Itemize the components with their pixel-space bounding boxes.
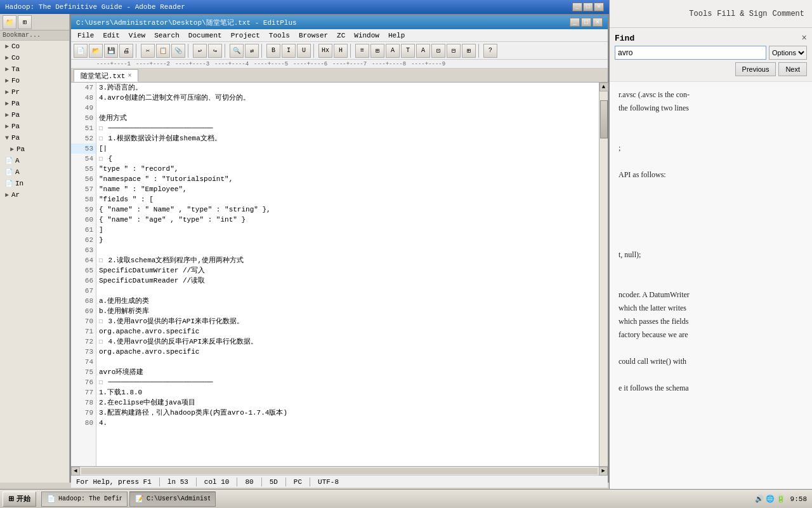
fold-icon[interactable]: □ <box>99 125 103 132</box>
sidebar-item-pa1[interactable]: ► Pa <box>0 98 69 109</box>
code-line-51[interactable]: □ ───────────────────────── <box>96 123 599 133</box>
code-line-75[interactable]: avro环境搭建 <box>96 367 599 377</box>
code-line-64[interactable]: □ 2.读取schema文档到程序中,使用两种方式 <box>96 255 599 265</box>
adobe-fillsign-btn[interactable]: Fill & Sign <box>717 10 767 18</box>
code-line-63[interactable] <box>96 245 599 255</box>
code-line-57[interactable]: "name " : "Employee", <box>96 184 599 194</box>
code-line-59[interactable]: { "name" : " Name" , "type" : "string" }… <box>96 204 599 215</box>
scroll-right-btn[interactable]: ► <box>599 467 608 476</box>
sidebar-item-a1[interactable]: 📄 A <box>0 155 69 166</box>
toolbar-redo[interactable]: ↪ <box>208 44 222 58</box>
fold-icon[interactable]: □ <box>99 338 103 345</box>
code-line-55[interactable]: "type " : "record", <box>96 164 599 174</box>
toolbar-print[interactable]: 🖨 <box>119 44 133 58</box>
menu-tools[interactable]: Tools <box>265 30 294 41</box>
toolbar-new[interactable]: 📄 <box>74 44 88 58</box>
toolbar-open[interactable]: 📂 <box>89 44 103 58</box>
editplus-close-btn[interactable]: × <box>593 18 603 27</box>
editplus-win-controls[interactable]: _ □ × <box>570 18 603 27</box>
outer-close-btn[interactable]: × <box>594 3 604 11</box>
scroll-left-btn[interactable]: ◄ <box>71 467 80 476</box>
tab-close-btn[interactable]: × <box>128 72 131 79</box>
code-line-72[interactable]: □ 4.使用avro提供的反串行API来反串行化数据。 <box>96 337 599 347</box>
code-line-53[interactable]: [| <box>96 144 599 154</box>
fold-icon[interactable]: □ <box>99 257 103 264</box>
code-line-49[interactable] <box>96 103 599 113</box>
sidebar-item-pr[interactable]: ► Pr <box>0 86 69 98</box>
sidebar-item-in[interactable]: 📄 In <box>0 178 69 189</box>
code-line-47[interactable]: 3.跨语言的。 <box>96 83 599 93</box>
menu-browser[interactable]: Browser <box>295 30 332 41</box>
menu-document[interactable]: Document <box>185 30 226 41</box>
code-line-77[interactable]: 1.下载1.8.0 <box>96 387 599 398</box>
sidebar-item-pa2[interactable]: ► Pa <box>0 109 69 121</box>
find-input[interactable] <box>615 46 766 60</box>
code-line-76[interactable]: □ ───────────────────────── <box>96 377 599 387</box>
menu-search[interactable]: Search <box>150 30 183 41</box>
code-line-80[interactable]: 4. <box>96 418 599 428</box>
tab-active[interactable]: 随堂笔记.txt × <box>74 69 138 82</box>
code-line-78[interactable]: 2.在eclipse中创建java项目 <box>96 398 599 408</box>
code-line-54[interactable]: □ { <box>96 154 599 164</box>
toolbar-b10[interactable]: ≡ <box>355 44 369 58</box>
menu-project[interactable]: Project <box>227 30 264 41</box>
taskbar-app-2[interactable]: 📝 C:\Users\Administ... <box>129 491 216 507</box>
editplus-minimize-btn[interactable]: _ <box>570 18 580 27</box>
code-line-70[interactable]: □ 3.使用avro提供的串行API来串行化数据。 <box>96 316 599 326</box>
code-line-74[interactable] <box>96 357 599 367</box>
fold-icon[interactable]: □ <box>99 156 103 163</box>
code-line-79[interactable]: 3.配置构建路径，引入hadoop类库(内置avro-1.7.4版本) <box>96 408 599 418</box>
menu-file[interactable]: File <box>74 30 98 41</box>
outer-maximize-btn[interactable]: □ <box>583 3 593 11</box>
code-line-66[interactable]: SpecificDatumReader //读取 <box>96 276 599 286</box>
find-close-btn[interactable]: × <box>802 33 807 43</box>
toolbar-b5[interactable]: B <box>266 44 280 58</box>
code-line-60[interactable]: { "name" : "age" , "type" : "int" } <box>96 215 599 225</box>
code-line-56[interactable]: "namespace " : "Tutorialspoint", <box>96 174 599 184</box>
fold-icon[interactable]: □ <box>99 379 103 386</box>
code-line-52[interactable]: □ 1.根据数据设计并创建shema文档。 <box>96 133 599 144</box>
vertical-scrollbar[interactable]: ▲ <box>599 83 608 466</box>
code-area[interactable]: 3.跨语言的。 4.avro创建的二进制文件可压缩的、可切分的。 使用方式□ ─… <box>96 83 599 466</box>
toolbar-b15[interactable]: ⊡ <box>431 44 445 58</box>
previous-button[interactable]: Previous <box>735 62 776 76</box>
scroll-up-btn[interactable]: ▲ <box>599 83 608 91</box>
taskbar-app-1[interactable]: 📄 Hadoop: The Definit... <box>41 491 128 507</box>
toolbar-b13[interactable]: T <box>401 44 415 58</box>
toolbar-b14[interactable]: A <box>416 44 430 58</box>
sidebar-toolbar[interactable]: 📁 ⊞ <box>0 14 69 30</box>
outer-window-controls[interactable]: _ □ × <box>572 3 604 11</box>
toolbar-b17[interactable]: ⊞ <box>462 44 476 58</box>
toolbar-cut[interactable]: ✂ <box>141 44 155 58</box>
sidebar-item-pa5[interactable]: ► Pa <box>0 144 69 155</box>
toolbar-b11[interactable]: ⊞ <box>370 44 384 58</box>
menu-window[interactable]: Window <box>350 30 383 41</box>
toolbar-b16[interactable]: ⊟ <box>447 44 461 58</box>
code-line-73[interactable]: org.apache.avro.specific <box>96 347 599 357</box>
code-line-68[interactable]: a.使用生成的类 <box>96 296 599 306</box>
next-button[interactable]: Next <box>778 62 807 76</box>
find-options-select[interactable]: Options <box>769 46 807 60</box>
sidebar-item-pa4[interactable]: ▼ Pa <box>0 132 69 144</box>
toolbar-copy[interactable]: 📋 <box>156 44 170 58</box>
toolbar-b18[interactable]: ? <box>483 44 497 58</box>
code-line-65[interactable]: SpecificDatumWriter //写入 <box>96 265 599 276</box>
h-scroll-track[interactable] <box>81 468 598 474</box>
code-line-48[interactable]: 4.avro创建的二进制文件可压缩的、可切分的。 <box>96 93 599 103</box>
toolbar-paste[interactable]: 📎 <box>171 44 185 58</box>
scroll-thumb[interactable] <box>600 100 608 138</box>
code-line-67[interactable] <box>96 286 599 296</box>
adobe-tools-btn[interactable]: Tools <box>689 10 712 18</box>
menu-help[interactable]: Help <box>384 30 409 41</box>
sidebar-item-a2[interactable]: 📄 A <box>0 166 69 178</box>
sidebar-item-ta[interactable]: ► Ta <box>0 64 69 75</box>
horizontal-scrollbar[interactable]: ◄ ► <box>71 466 608 475</box>
toolbar-b6[interactable]: I <box>282 44 296 58</box>
code-line-58[interactable]: "fields " : [ <box>96 194 599 204</box>
toolbar-b9[interactable]: H <box>334 44 348 58</box>
toolbar-replace[interactable]: ⇄ <box>245 44 259 58</box>
sidebar-item-co1[interactable]: ► Co <box>0 41 69 52</box>
menu-view[interactable]: View <box>125 30 149 41</box>
toolbar-b12[interactable]: A <box>386 44 400 58</box>
adobe-comment-btn[interactable]: Comment <box>773 10 804 18</box>
